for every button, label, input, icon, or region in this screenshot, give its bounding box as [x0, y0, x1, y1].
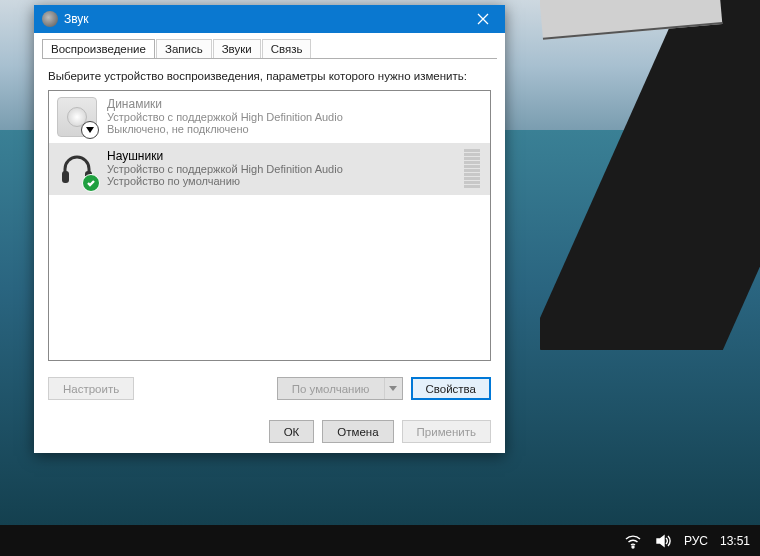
properties-button[interactable]: Свойства: [411, 377, 492, 400]
volume-icon[interactable]: [654, 532, 672, 550]
app-icon: [42, 11, 58, 27]
titlebar[interactable]: Звук: [34, 5, 505, 33]
device-list[interactable]: Динамики Устройство с поддержкой High De…: [48, 90, 491, 361]
speaker-icon: [57, 97, 97, 137]
device-speakers[interactable]: Динамики Устройство с поддержкой High De…: [49, 91, 490, 143]
sound-settings-window: Звук Воспроизведение Запись Звуки Связь …: [34, 5, 505, 453]
wifi-icon[interactable]: [624, 532, 642, 550]
device-desc: Устройство с поддержкой High Definition …: [107, 163, 454, 175]
tab-strip: Воспроизведение Запись Звуки Связь: [34, 33, 505, 58]
configure-button[interactable]: Настроить: [48, 377, 134, 400]
svg-point-2: [632, 546, 634, 548]
device-name: Динамики: [107, 97, 482, 111]
tab-communications[interactable]: Связь: [262, 39, 312, 58]
disabled-badge-icon: [81, 121, 99, 139]
set-default-label: По умолчанию: [278, 378, 384, 399]
dropdown-arrow-icon[interactable]: [384, 378, 402, 399]
set-default-button[interactable]: По умолчанию: [277, 377, 403, 400]
cancel-button[interactable]: Отмена: [322, 420, 393, 443]
tab-sounds[interactable]: Звуки: [213, 39, 261, 58]
clock[interactable]: 13:51: [720, 534, 750, 548]
close-button[interactable]: [461, 5, 505, 33]
device-desc: Устройство с поддержкой High Definition …: [107, 111, 482, 123]
device-headphones[interactable]: Наушники Устройство с поддержкой High De…: [49, 143, 490, 195]
window-title: Звук: [64, 12, 89, 26]
device-status: Устройство по умолчанию: [107, 175, 454, 187]
device-status: Выключено, не подключено: [107, 123, 482, 135]
headphones-icon: [57, 149, 97, 189]
tab-content: Выберите устройство воспроизведения, пар…: [34, 59, 505, 410]
dialog-buttons: ОК Отмена Применить: [34, 420, 505, 453]
ok-button[interactable]: ОК: [269, 420, 315, 443]
close-icon: [477, 13, 489, 25]
apply-button[interactable]: Применить: [402, 420, 491, 443]
tab-playback[interactable]: Воспроизведение: [42, 39, 155, 58]
tab-recording[interactable]: Запись: [156, 39, 212, 58]
language-indicator[interactable]: РУС: [684, 534, 708, 548]
instruction-text: Выберите устройство воспроизведения, пар…: [48, 69, 491, 84]
default-badge-icon: [82, 174, 100, 192]
svg-rect-0: [62, 171, 69, 183]
device-name: Наушники: [107, 149, 454, 163]
taskbar[interactable]: РУС 13:51: [0, 525, 760, 556]
level-meter: [464, 149, 482, 188]
